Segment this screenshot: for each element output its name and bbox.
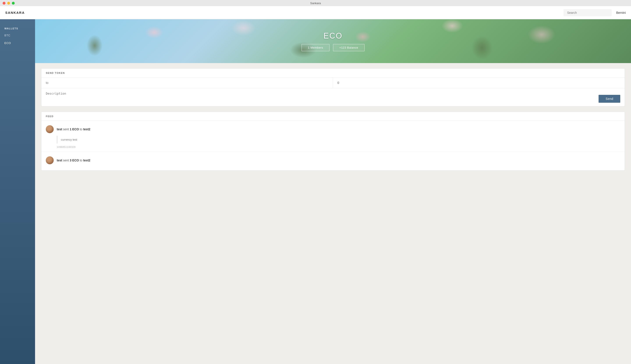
hero-title: ECO	[323, 31, 342, 40]
sidebar-item-eco[interactable]: ECO	[0, 39, 35, 47]
sidebar-item-btc[interactable]: BTC	[0, 32, 35, 39]
titlebar: Sankara	[0, 0, 631, 6]
to-input[interactable]	[42, 78, 333, 88]
minimize-button[interactable]	[7, 2, 10, 4]
send-form-row	[42, 78, 625, 88]
feed-currency-1: ECO	[72, 128, 79, 131]
hero-badges: 1 Members +123 Balance	[301, 44, 364, 51]
feed-card: FEED test sent 1 ECO to test2	[41, 112, 625, 170]
feed-item: test sent 3 ECO to test2	[42, 152, 625, 170]
feed-recipient-2: test2	[83, 158, 91, 162]
feed-amount-2: 3	[70, 158, 72, 162]
main-content: ECO 1 Members +123 Balance SEND TOKEN Se…	[35, 19, 631, 364]
window-title: Sankara	[310, 2, 321, 5]
feed-timestamp-1: 1496851100328	[57, 146, 620, 148]
feed-currency-2: ECO	[72, 158, 79, 162]
feed-amount-1: 1	[70, 128, 72, 131]
sidebar-wallets-label: WALLETS	[0, 24, 35, 32]
feed-sender-1: test	[57, 128, 62, 131]
feed-description-1: currency test	[57, 136, 620, 144]
app-header: SANKARA Bernini	[0, 6, 631, 19]
balance-badge[interactable]: +123 Balance	[333, 44, 365, 51]
user-name: Bernini	[616, 11, 626, 14]
send-token-card: SEND TOKEN Send	[41, 68, 625, 106]
description-input[interactable]	[46, 92, 594, 103]
feed-item-main: test sent 1 ECO to test2	[46, 125, 620, 133]
avatar-image	[46, 125, 54, 133]
feed-recipient-1: test2	[83, 128, 91, 131]
close-button[interactable]	[3, 2, 6, 4]
description-row: Send	[42, 88, 625, 106]
members-badge[interactable]: 1 Members	[301, 44, 330, 51]
feed-item: test sent 1 ECO to test2 currency test 1…	[42, 121, 625, 152]
titlebar-buttons	[3, 2, 15, 4]
search-input[interactable]	[563, 9, 612, 16]
app-body: WALLETS BTC ECO ECO 1 Members +123 Balan…	[0, 19, 631, 364]
app-logo: SANKARA	[5, 11, 25, 14]
avatar-image-2	[46, 156, 54, 164]
header-right: Bernini	[563, 9, 626, 16]
sidebar: WALLETS BTC ECO	[0, 19, 35, 364]
send-button[interactable]: Send	[598, 95, 620, 103]
feed-sender-2: test	[57, 158, 62, 162]
send-token-label: SEND TOKEN	[42, 68, 625, 78]
feed-text-1: test sent 1 ECO to test2	[57, 128, 90, 131]
feed-label: FEED	[42, 112, 625, 121]
avatar-2	[46, 156, 54, 164]
maximize-button[interactable]	[12, 2, 15, 4]
feed-item-main-2: test sent 3 ECO to test2	[46, 156, 620, 164]
hero-banner: ECO 1 Members +123 Balance	[35, 19, 631, 63]
avatar	[46, 125, 54, 133]
hero-overlay: ECO 1 Members +123 Balance	[35, 19, 631, 63]
feed-text-2: test sent 3 ECO to test2	[57, 158, 90, 162]
amount-input[interactable]	[333, 78, 625, 88]
